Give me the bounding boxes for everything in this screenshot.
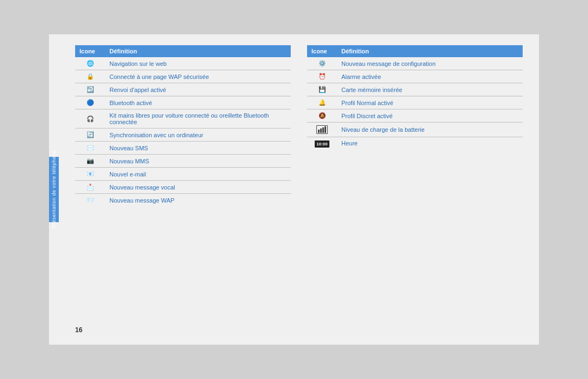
- left-table-wrapper: Icone Définition 🌐Navigation sur le web🔒…: [75, 45, 291, 322]
- icon-cell: 🔵: [75, 96, 105, 109]
- left-table: Icone Définition 🌐Navigation sur le web🔒…: [75, 45, 291, 206]
- left-col2-header: Définition: [105, 45, 291, 57]
- icon-cell: ✉️: [75, 142, 105, 155]
- table-row: 10:00Heure: [307, 137, 523, 150]
- definition-text: Nouveau MMS: [105, 155, 291, 168]
- icon-cell: ↩️: [75, 83, 105, 96]
- table-row: 📧Nouvel e-mail: [75, 168, 291, 181]
- definition-text: Bluetooth activé: [105, 96, 291, 109]
- icon-cell: 📨: [75, 194, 105, 207]
- icon-cell: [307, 123, 337, 137]
- definition-text: Alarme activée: [337, 70, 523, 83]
- right-table: Icone Définition ⚙️Nouveau message de co…: [307, 45, 523, 149]
- icon-cell: 🎧: [75, 109, 105, 129]
- definition-text: Nouveau message vocal: [105, 181, 291, 194]
- definition-text: Kit mains libres pour voiture connecté o…: [105, 109, 291, 129]
- icon-cell: 📷: [75, 155, 105, 168]
- table-row: 📨Nouveau message WAP: [75, 194, 291, 207]
- definition-text: Niveau de charge de la batterie: [337, 123, 523, 137]
- definition-text: Profil Normal activé: [337, 96, 523, 109]
- icon-cell: 📩: [75, 181, 105, 194]
- icon-cell: 10:00: [307, 137, 337, 150]
- page-number: 16: [75, 322, 523, 334]
- table-row: 🔒Connecté à une page WAP sécurisée: [75, 70, 291, 83]
- table-row: 🌐Navigation sur le web: [75, 57, 291, 70]
- icon-cell: ⚙️: [307, 57, 337, 70]
- table-row: 🔕Profil Discret activé: [307, 109, 523, 123]
- icon-cell: 🔄: [75, 129, 105, 142]
- table-row: 📷Nouveau MMS: [75, 155, 291, 168]
- page-container: Présentation de votre téléphone Icone Dé…: [49, 34, 539, 345]
- icon-cell: 🔕: [307, 109, 337, 123]
- right-col2-header: Définition: [337, 45, 523, 57]
- right-table-wrapper: Icone Définition ⚙️Nouveau message de co…: [307, 45, 523, 322]
- icon-cell: 🌐: [75, 57, 105, 70]
- table-row: Niveau de charge de la batterie: [307, 123, 523, 137]
- definition-text: Nouveau SMS: [105, 142, 291, 155]
- table-row: ✉️Nouveau SMS: [75, 142, 291, 155]
- icon-cell: 💾: [307, 83, 337, 96]
- definition-text: Navigation sur le web: [105, 57, 291, 70]
- definition-text: Nouveau message de configuration: [337, 57, 523, 70]
- definition-text: Profil Discret activé: [337, 109, 523, 123]
- definition-text: Nouvel e-mail: [105, 168, 291, 181]
- definition-text: Synchronisation avec un ordinateur: [105, 129, 291, 142]
- definition-text: Renvoi d'appel activé: [105, 83, 291, 96]
- table-row: ⚙️Nouveau message de configuration: [307, 57, 523, 70]
- table-row: ↩️Renvoi d'appel activé: [75, 83, 291, 96]
- icon-cell: 🔒: [75, 70, 105, 83]
- icon-cell: ⏰: [307, 70, 337, 83]
- content-area: Icone Définition 🌐Navigation sur le web🔒…: [59, 34, 539, 345]
- table-row: 🔔Profil Normal activé: [307, 96, 523, 109]
- tables-row: Icone Définition 🌐Navigation sur le web🔒…: [75, 45, 523, 322]
- right-col1-header: Icone: [307, 45, 337, 57]
- table-row: ⏰Alarme activée: [307, 70, 523, 83]
- definition-text: Carte mémoire insérée: [337, 83, 523, 96]
- icon-cell: 🔔: [307, 96, 337, 109]
- left-col1-header: Icone: [75, 45, 105, 57]
- table-row: 🔄Synchronisation avec un ordinateur: [75, 129, 291, 142]
- icon-cell: 📧: [75, 168, 105, 181]
- definition-text: Heure: [337, 137, 523, 150]
- sidebar-tab: Présentation de votre téléphone: [49, 157, 59, 222]
- definition-text: Connecté à une page WAP sécurisée: [105, 70, 291, 83]
- table-row: 🎧Kit mains libres pour voiture connecté …: [75, 109, 291, 129]
- sidebar-label: Présentation de votre téléphone: [51, 150, 57, 228]
- table-row: 📩Nouveau message vocal: [75, 181, 291, 194]
- table-row: 💾Carte mémoire insérée: [307, 83, 523, 96]
- table-row: 🔵Bluetooth activé: [75, 96, 291, 109]
- definition-text: Nouveau message WAP: [105, 194, 291, 207]
